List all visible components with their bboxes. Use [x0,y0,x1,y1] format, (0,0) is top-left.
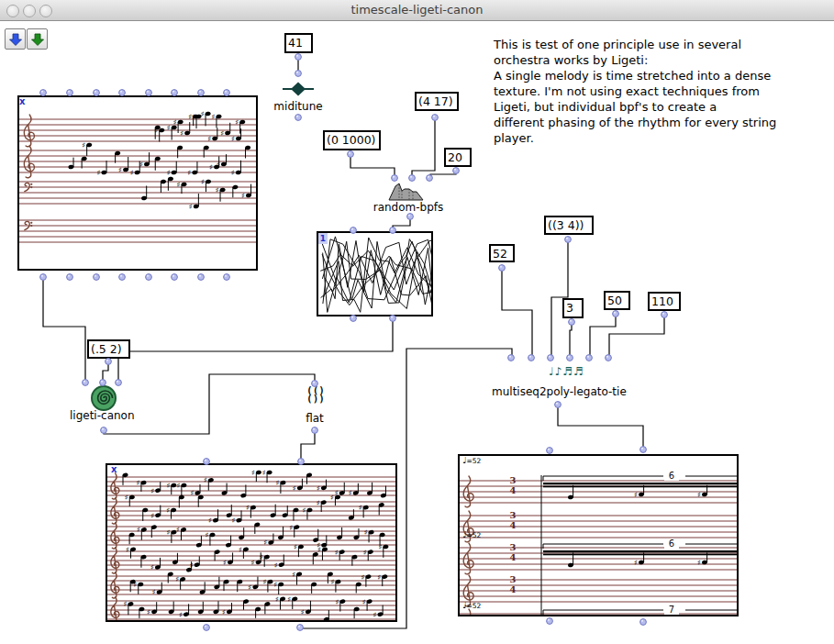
connection-port[interactable] [100,380,106,386]
miditune-icon[interactable] [283,81,314,97]
connection-port[interactable] [106,359,112,365]
connection-port[interactable] [508,355,515,361]
connection-port[interactable] [390,316,396,322]
time-signature-upper: 3 [507,542,518,552]
multiseq2poly-icon[interactable]: ♩♪♬♬ [549,365,584,378]
patch-cord[interactable] [430,172,456,176]
patch-cord[interactable] [609,316,664,356]
export-button[interactable] [27,28,48,50]
connection-port[interactable] [407,214,414,220]
connection-port[interactable] [83,380,89,386]
connection-port[interactable] [312,427,318,434]
connection-port[interactable] [119,274,126,281]
connection-port[interactable] [172,90,178,96]
connection-port[interactable] [224,90,230,96]
connection-port[interactable] [116,380,122,386]
value-box-3[interactable]: 3 [562,298,584,318]
connection-port[interactable] [172,274,178,281]
value-box-05-2[interactable]: (.5 2) [87,339,130,359]
patch-cord[interactable] [103,363,108,381]
connection-port[interactable] [528,355,535,361]
value-box-110[interactable]: 110 [648,292,681,311]
connection-port[interactable] [453,168,460,174]
svg-text:♯: ♯ [150,512,154,520]
bpf-editor[interactable] [317,231,433,316]
patch-cord[interactable] [502,270,532,356]
connection-port[interactable] [204,625,210,631]
connection-port[interactable] [586,355,593,361]
connection-port[interactable] [94,90,100,96]
connection-port[interactable] [295,71,302,77]
connection-port[interactable] [298,459,305,465]
patch-cord[interactable] [570,324,572,356]
score-editor-canon[interactable]: ♯♯♯♯♯♯♯♯♯♯♯♯♯♯♯♯♯♯♯♯♯♯♯♯♯♯♯♯♯♯♯♯♯♯♯♯♯♯♯♯… [106,463,397,622]
multiseq-score-editor[interactable]: ♯♯♯♯ [458,454,739,616]
patch-cord[interactable] [104,374,315,434]
connection-port[interactable] [432,115,439,121]
patch-cord[interactable] [130,320,393,351]
connection-port[interactable] [547,618,553,625]
flat-icon[interactable]: (() ()) [302,386,329,403]
connection-port[interactable] [392,175,398,182]
connection-port[interactable] [427,175,433,182]
connection-port[interactable] [640,447,647,453]
connection-port[interactable] [40,274,47,281]
patch-cord[interactable] [301,432,315,460]
connection-port[interactable] [40,90,47,96]
connection-port[interactable] [565,237,572,243]
connection-port[interactable] [94,274,100,281]
connection-port[interactable] [224,274,230,281]
svg-text:♯: ♯ [96,169,100,177]
close-box-icon[interactable]: x [111,465,117,474]
connection-port[interactable] [204,459,210,465]
patch-cord[interactable] [558,406,643,448]
patch-cord[interactable] [590,316,616,356]
connection-port[interactable] [662,312,668,318]
patch-cord[interactable] [412,119,435,176]
connection-port[interactable] [613,311,619,317]
connection-port[interactable] [409,175,416,182]
connection-port[interactable] [348,151,354,158]
connection-port[interactable] [548,355,554,361]
connection-port[interactable] [297,625,304,631]
value-box-0-1000[interactable]: (0 1000) [323,130,381,150]
value-box-4-17[interactable]: (4 17) [415,92,459,111]
connection-port[interactable] [569,319,575,326]
patch-cord[interactable] [350,156,395,176]
patch-cord[interactable] [43,279,85,381]
score-editor-source[interactable]: ♯♯♯♯♯♯♯♯♯♯♯♯♯♯♯♯♯♯♯♯♯♯♯♯♯♯♯ [17,95,258,271]
connection-port[interactable] [547,448,553,454]
connection-port[interactable] [146,274,152,281]
connection-port[interactable] [390,228,396,234]
connection-port[interactable] [295,115,302,121]
value-box-3-4[interactable]: ((3 4)) [544,216,594,235]
connection-port[interactable] [350,228,357,234]
connection-port[interactable] [312,381,318,387]
connection-port[interactable] [640,619,647,626]
value-box-50[interactable]: 50 [604,291,630,310]
svg-text:♯: ♯ [239,546,242,554]
connection-port[interactable] [499,265,506,272]
connection-port[interactable] [146,90,152,96]
svg-text:♯: ♯ [231,169,235,177]
connection-port[interactable] [119,90,126,96]
value-box-41[interactable]: 41 [284,33,313,53]
connection-port[interactable] [198,274,205,281]
connection-port[interactable] [555,402,562,408]
import-button[interactable] [5,28,26,50]
close-box-icon[interactable]: x [19,97,25,106]
svg-text:♯: ♯ [166,528,170,537]
connection-port[interactable] [101,427,107,434]
connection-port[interactable] [606,355,612,361]
patch-cord[interactable] [393,218,410,228]
svg-text:♯: ♯ [207,135,211,143]
random-bpfs-icon[interactable] [388,182,430,202]
connection-port[interactable] [198,90,205,96]
value-box-52[interactable]: 52 [489,244,515,262]
connection-port[interactable] [350,316,357,322]
connection-port[interactable] [567,355,573,361]
connection-port[interactable] [67,90,73,96]
value-box-20[interactable]: 20 [444,148,472,167]
connection-port[interactable] [67,274,73,281]
connection-port[interactable] [295,54,302,61]
